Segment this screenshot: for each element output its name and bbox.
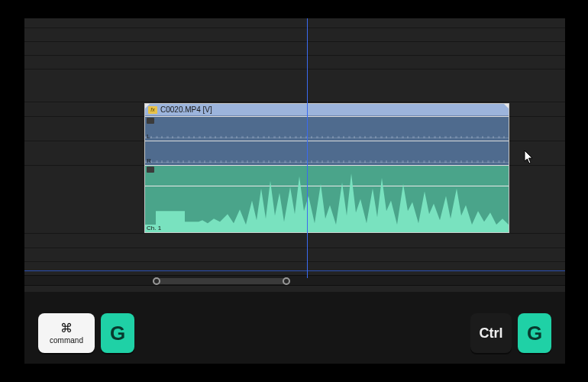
playhead[interactable] (307, 18, 308, 278)
clip-in-mark-icon (145, 104, 150, 108)
track-divider (24, 55, 565, 56)
waveform (145, 160, 509, 163)
waveform (145, 166, 509, 232)
track-divider (24, 69, 565, 70)
scrollbar-thumb[interactable] (156, 278, 287, 284)
track-divider (24, 102, 565, 102)
shortcut-overlay: ⌘ command G Ctrl G (24, 292, 565, 364)
audio-lane-left[interactable]: L (145, 116, 509, 141)
timeline-panel[interactable]: fx C0020.MP4 [V] L R Ch. 1 (24, 18, 565, 364)
zoom-handle-right[interactable] (283, 277, 290, 285)
lane-label: Ch. 1 (147, 225, 161, 231)
cursor-icon (524, 150, 535, 165)
lane-label: R (147, 157, 151, 164)
zoom-handle-left[interactable] (153, 277, 160, 285)
lane-label: L (147, 133, 150, 140)
track-divider (24, 41, 565, 42)
key-letter: G (101, 313, 134, 353)
key-letter: G (518, 313, 551, 353)
track-divider (24, 233, 565, 234)
key-label: command (50, 336, 83, 345)
track-divider (24, 248, 565, 248)
key-command: ⌘ command (38, 313, 95, 353)
clip-title: C0020.MP4 [V] (160, 105, 212, 114)
clip-out-mark-icon (504, 104, 509, 108)
timeline-clip[interactable]: fx C0020.MP4 [V] L R Ch. 1 (145, 104, 509, 232)
audio-lane-right[interactable]: R (145, 141, 509, 165)
shortcut-windows: Ctrl G (470, 313, 551, 353)
shortcut-mac: ⌘ command G (38, 313, 134, 353)
fx-badge-icon (147, 118, 154, 124)
audio-lane-linked[interactable]: Ch. 1 (145, 165, 509, 232)
track-divider (24, 261, 565, 262)
waveform (145, 136, 509, 138)
track-divider (24, 28, 565, 28)
command-glyph-icon: ⌘ (60, 322, 73, 335)
work-area-line (24, 270, 565, 271)
clip-header[interactable]: fx C0020.MP4 [V] (145, 104, 509, 116)
timeline-zoom-scrollbar[interactable] (24, 275, 565, 286)
key-ctrl: Ctrl (470, 313, 512, 353)
